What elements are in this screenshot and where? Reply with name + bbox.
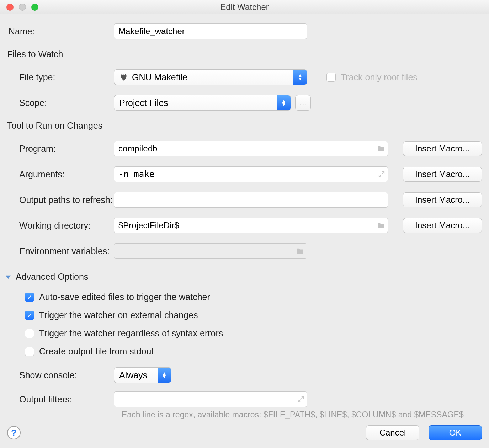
show-console-value: Always xyxy=(119,370,147,380)
divider xyxy=(68,54,482,54)
minimize-window-button xyxy=(19,4,26,11)
output-paths-label: Output paths to refresh: xyxy=(7,195,114,205)
name-label: Name: xyxy=(7,26,114,37)
scope-combo[interactable]: Project Files ▲▼ xyxy=(114,95,291,111)
autosave-label: Auto-save edited files to trigger the wa… xyxy=(39,292,210,302)
traffic-lights xyxy=(0,4,38,11)
tool-section-header: Tool to Run on Changes xyxy=(7,121,102,131)
file-type-combo[interactable]: GNU Makefile ▲▼ xyxy=(114,69,307,85)
syntax-label: Trigger the watcher regardless of syntax… xyxy=(39,328,223,338)
output-filters-hint: Each line is a regex, available macros: … xyxy=(7,410,482,420)
insert-macro-workingdir-button[interactable]: Insert Macro... xyxy=(403,218,482,233)
zoom-window-button[interactable] xyxy=(31,4,38,11)
expand-icon[interactable] xyxy=(378,167,385,182)
env-vars-label: Environment variables: xyxy=(7,246,114,256)
advanced-header: Advanced Options xyxy=(16,272,88,282)
advanced-disclosure-icon[interactable] xyxy=(6,274,11,279)
insert-macro-output-button[interactable]: Insert Macro... xyxy=(403,192,482,207)
output-filters-input[interactable] xyxy=(114,391,307,407)
show-console-combo[interactable]: Always ▲▼ xyxy=(114,367,171,383)
files-to-watch-header: Files to Watch xyxy=(7,49,63,59)
window-title: Edit Watcher xyxy=(0,2,489,12)
stdout-checkbox[interactable] xyxy=(25,347,34,356)
close-window-button[interactable] xyxy=(6,4,14,11)
file-type-value: GNU Makefile xyxy=(132,72,187,82)
ok-button[interactable]: OK xyxy=(429,425,482,440)
syntax-checkbox[interactable] xyxy=(25,329,34,338)
track-only-root-checkbox[interactable] xyxy=(326,73,336,82)
show-console-label: Show console: xyxy=(7,370,114,380)
folder-icon[interactable] xyxy=(377,141,385,156)
divider xyxy=(93,277,482,277)
divider xyxy=(107,126,482,126)
titlebar: Edit Watcher xyxy=(0,0,489,14)
track-only-root-label: Track only root files xyxy=(341,72,418,82)
autosave-checkbox[interactable]: ✓ xyxy=(25,293,34,302)
external-label: Trigger the watcher on external changes xyxy=(39,310,198,320)
file-type-label: File type: xyxy=(7,72,114,82)
help-button[interactable]: ? xyxy=(7,426,21,439)
insert-macro-arguments-button[interactable]: Insert Macro... xyxy=(403,167,482,182)
folder-icon[interactable] xyxy=(377,218,385,233)
arguments-label: Arguments: xyxy=(7,169,114,180)
stdout-label: Create output file from stdout xyxy=(39,346,154,357)
scope-value: Project Files xyxy=(119,98,168,108)
expand-icon[interactable] xyxy=(298,392,304,407)
scope-browse-button[interactable]: ... xyxy=(295,95,311,111)
folder-icon[interactable] xyxy=(296,244,304,258)
env-vars-input[interactable] xyxy=(114,243,307,259)
scope-label: Scope: xyxy=(7,98,114,108)
working-dir-label: Working directory: xyxy=(7,220,114,231)
working-dir-input[interactable] xyxy=(114,218,388,233)
external-checkbox[interactable]: ✓ xyxy=(25,311,34,320)
name-input[interactable] xyxy=(114,23,307,39)
output-filters-label: Output filters: xyxy=(7,394,114,405)
arguments-input[interactable] xyxy=(114,166,388,182)
gnu-icon xyxy=(119,73,128,82)
program-label: Program: xyxy=(7,144,114,154)
program-input[interactable] xyxy=(114,141,388,156)
cancel-button[interactable]: Cancel xyxy=(366,425,419,440)
output-paths-input[interactable] xyxy=(114,192,388,208)
insert-macro-program-button[interactable]: Insert Macro... xyxy=(403,141,482,156)
